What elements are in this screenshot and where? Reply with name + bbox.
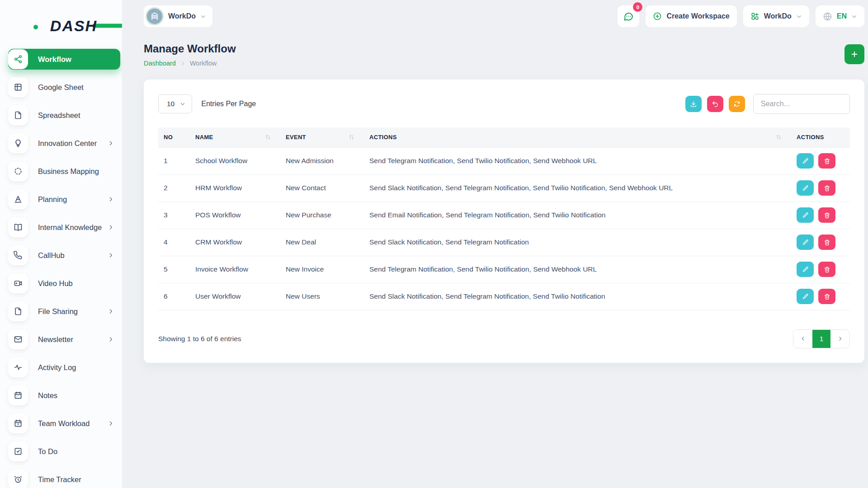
sidebar-item-notes[interactable]: Notes xyxy=(8,385,120,406)
workspace-selector[interactable]: WorkDo xyxy=(144,5,212,27)
cell-row-buttons xyxy=(791,256,850,283)
cell-actions: Send Slack Notification, Send Telegram N… xyxy=(364,174,791,202)
sidebar-item-callhub[interactable]: CallHub xyxy=(8,245,120,266)
export-button[interactable] xyxy=(685,96,702,112)
app-switcher-button[interactable]: WorkDo xyxy=(743,5,809,27)
sort-icon[interactable] xyxy=(775,134,786,141)
cell-name: School Workflow xyxy=(190,147,280,174)
sidebar-item-to-do[interactable]: To Do xyxy=(8,441,120,462)
edit-button[interactable] xyxy=(797,262,814,277)
sidebar-item-video-hub[interactable]: Video Hub xyxy=(8,273,120,294)
edit-button[interactable] xyxy=(797,235,814,250)
pencil-icon xyxy=(802,239,809,246)
create-workspace-label: Create Workspace xyxy=(666,12,729,20)
entries-per-page-select[interactable]: 10 xyxy=(158,94,192,113)
phone-icon xyxy=(8,245,28,265)
create-workflow-button[interactable] xyxy=(844,44,864,64)
sidebar-item-label: Internal Knowledge xyxy=(38,223,102,232)
sidebar-item-google-sheet[interactable]: Google Sheet xyxy=(8,77,120,98)
sidebar-item-internal-knowledge[interactable]: Internal Knowledge xyxy=(8,217,120,238)
language-selector[interactable]: EN xyxy=(816,5,864,27)
workflow-table: NONAMEEVENTACTIONSACTIONS 1School Workfl… xyxy=(158,127,850,310)
workflow-table-card: 10 Entries Per Page NONAMEEVENTACTIONSAC… xyxy=(144,80,864,363)
sidebar-item-workflow[interactable]: Workflow xyxy=(8,49,120,70)
pencil-icon xyxy=(802,158,809,164)
sidebar: DASH WorkflowGoogle SheetSpreadsheetInno… xyxy=(0,0,122,488)
reload-button[interactable] xyxy=(729,96,745,112)
calendar-icon xyxy=(8,385,28,405)
cell-no: 6 xyxy=(158,283,190,310)
trash-icon xyxy=(824,212,830,219)
sidebar-item-activity-log[interactable]: Activity Log xyxy=(8,357,120,378)
sidebar-item-label: Spreadsheet xyxy=(38,111,80,120)
plus-circle-icon xyxy=(653,12,662,21)
messages-button[interactable]: 0 xyxy=(618,5,639,27)
delete-button[interactable] xyxy=(818,180,835,196)
edit-button[interactable] xyxy=(797,207,814,223)
calendar-alt-icon xyxy=(8,413,28,433)
chevron-right-icon xyxy=(180,61,185,66)
brand-logo: DASH xyxy=(26,9,121,42)
delete-button[interactable] xyxy=(818,262,835,277)
sidebar-item-label: To Do xyxy=(38,447,57,456)
column-label: EVENT xyxy=(286,134,306,141)
cell-no: 4 xyxy=(158,229,190,256)
column-header-actions-3[interactable]: ACTIONS xyxy=(364,127,791,147)
delete-button[interactable] xyxy=(818,207,835,223)
delete-button[interactable] xyxy=(818,153,835,169)
plus-icon xyxy=(850,50,859,58)
trash-icon xyxy=(824,158,830,164)
sidebar-item-planning[interactable]: Planning xyxy=(8,189,120,210)
chevron-down-icon xyxy=(796,14,802,19)
breadcrumb: Dashboard Workflow xyxy=(144,60,236,67)
toolbar-buttons xyxy=(685,96,745,112)
sidebar-item-spreadsheet[interactable]: Spreadsheet xyxy=(8,105,120,126)
cell-event: New Contact xyxy=(280,174,364,202)
grid-plus-icon xyxy=(750,12,760,21)
chevron-right-icon xyxy=(108,140,114,146)
cell-actions: Send Slack Notification, Send Telegram N… xyxy=(364,283,791,310)
column-label: ACTIONS xyxy=(797,134,824,141)
sidebar-item-business-mapping[interactable]: Business Mapping xyxy=(8,161,120,182)
chevron-down-icon xyxy=(200,14,206,19)
sidebar-item-innovation-center[interactable]: Innovation Center xyxy=(8,133,120,154)
globe-icon xyxy=(823,12,832,21)
cell-event: New Invoice xyxy=(280,256,364,283)
breadcrumb-dashboard-link[interactable]: Dashboard xyxy=(144,60,176,67)
download-icon xyxy=(690,100,697,108)
sort-icon[interactable] xyxy=(264,134,275,141)
breadcrumb-current: Workflow xyxy=(190,60,217,67)
reset-button[interactable] xyxy=(707,96,723,112)
edit-button[interactable] xyxy=(797,153,814,169)
create-workspace-button[interactable]: Create Workspace xyxy=(646,5,736,27)
pagination: 1 xyxy=(793,329,850,348)
edit-button[interactable] xyxy=(797,180,814,196)
column-label: NAME xyxy=(195,134,213,141)
sidebar-item-team-workload[interactable]: Team Workload xyxy=(8,413,120,434)
sidebar-item-label: Google Sheet xyxy=(38,83,84,92)
table-row: 5Invoice WorkflowNew InvoiceSend Telegra… xyxy=(158,256,850,283)
cell-name: CRM Workflow xyxy=(190,229,280,256)
sidebar-item-time-tracker[interactable]: Time Tracker xyxy=(8,469,120,488)
delete-button[interactable] xyxy=(818,235,835,250)
current-page-button[interactable]: 1 xyxy=(812,330,830,348)
chevron-left-icon xyxy=(800,336,806,342)
workflow-icon xyxy=(8,49,28,69)
delete-button[interactable] xyxy=(818,289,835,304)
cell-actions: Send Telegram Notification, Send Twilio … xyxy=(364,147,791,174)
edit-button[interactable] xyxy=(797,289,814,304)
sidebar-item-file-sharing[interactable]: File Sharing xyxy=(8,301,120,322)
chevron-right-icon xyxy=(108,252,114,258)
cell-name: HRM Workflow xyxy=(190,174,280,202)
cell-row-buttons xyxy=(791,147,850,174)
sidebar-item-newsletter[interactable]: Newsletter xyxy=(8,329,120,350)
next-page-button[interactable] xyxy=(830,330,849,348)
previous-page-button[interactable] xyxy=(793,330,812,348)
messages-badge: 0 xyxy=(633,2,642,12)
activity-icon xyxy=(8,357,28,377)
search-input[interactable] xyxy=(753,94,850,114)
column-header-name-1[interactable]: NAME xyxy=(190,127,280,147)
sort-icon[interactable] xyxy=(348,134,359,141)
workspace-name: WorkDo xyxy=(168,12,196,20)
column-header-event-2[interactable]: EVENT xyxy=(280,127,364,147)
